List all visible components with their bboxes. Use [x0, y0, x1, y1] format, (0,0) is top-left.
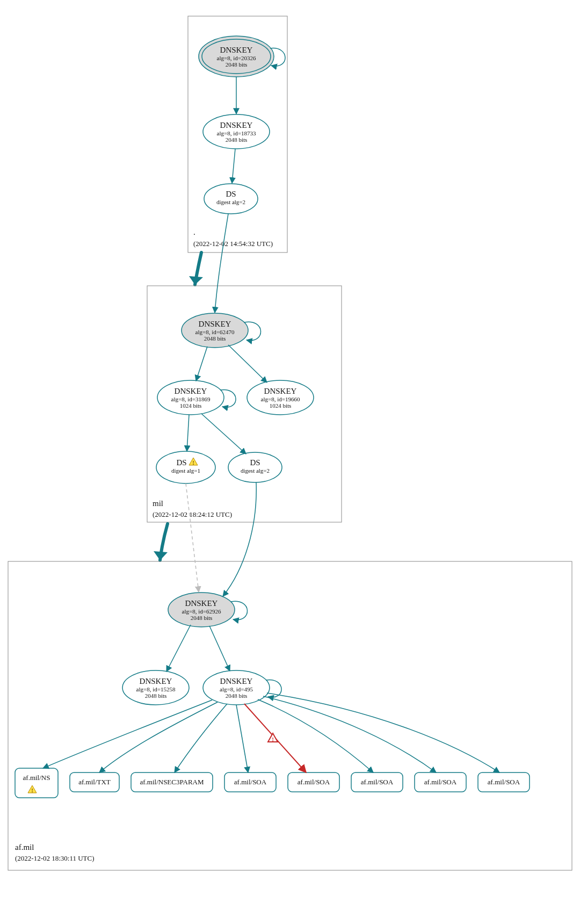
svg-marker-13 [189, 276, 203, 285]
svg-text:digest alg=2: digest alg=2 [216, 199, 245, 205]
svg-text:alg=8, id=15258: alg=8, id=15258 [136, 686, 176, 692]
svg-text:DNSKEY: DNSKEY [199, 320, 231, 328]
svg-text:2048 bits: 2048 bits [145, 692, 167, 699]
svg-text:1024 bits: 1024 bits [270, 402, 292, 409]
edge-zsk2-soa1 [236, 705, 248, 773]
ds-root[interactable]: DS digest alg=2 [204, 184, 258, 214]
svg-text:!: ! [192, 459, 194, 466]
svg-text:alg=8, id=19660: alg=8, id=19660 [261, 396, 300, 402]
zone-afmil: af.mil (2022-12-02 18:30:11 UTC) [8, 561, 572, 870]
rr-af-soa-2[interactable]: af.mil/SOA [288, 773, 339, 792]
ds-mil-alg1[interactable]: DS digest alg=1 ! [156, 451, 215, 483]
zone-afmil-label: af.mil [15, 843, 34, 851]
svg-text:DNSKEY: DNSKEY [220, 121, 253, 129]
zone-afmil-timestamp: (2022-12-02 18:30:11 UTC) [15, 854, 95, 862]
svg-text:DNSKEY: DNSKEY [175, 387, 207, 395]
svg-text:af.mil/NSEC3PARAM: af.mil/NSEC3PARAM [140, 778, 204, 786]
dnskey-root-zsk[interactable]: DNSKEY alg=8, id=18733 2048 bits [203, 114, 270, 149]
svg-text:2048 bits: 2048 bits [191, 615, 213, 621]
edge-zsk2-soa5 [267, 693, 499, 773]
svg-text:DS: DS [176, 458, 186, 467]
dnskey-mil-zsk-19660[interactable]: DNSKEY alg=8, id=19660 1024 bits [247, 380, 314, 415]
svg-text:alg=8, id=18733: alg=8, id=18733 [217, 130, 256, 136]
edge-zsk2-soa3 [258, 699, 373, 773]
svg-text:2048 bits: 2048 bits [204, 335, 226, 342]
edge-zsk2-nsec3 [175, 704, 227, 773]
edge-root-zsk-ds [232, 149, 235, 183]
rr-af-soa-1[interactable]: af.mil/SOA [224, 773, 276, 792]
svg-text:1024 bits: 1024 bits [180, 402, 202, 409]
dnskey-mil-zsk-31869[interactable]: DNSKEY alg=8, id=31869 1024 bits [157, 380, 224, 415]
svg-text:DS: DS [250, 458, 260, 467]
edge-mil-ksk-zsk2 [228, 345, 267, 382]
edge-zsk2-soa4 [263, 696, 436, 773]
svg-text:digest alg=2: digest alg=2 [241, 467, 270, 474]
svg-text:!: ! [272, 736, 274, 742]
svg-text:alg=8, id=495: alg=8, id=495 [220, 686, 253, 692]
svg-text:alg=8, id=62470: alg=8, id=62470 [195, 329, 235, 335]
edge-zsk2-ns [43, 700, 212, 768]
rr-af-soa-4[interactable]: af.mil/SOA [415, 773, 466, 792]
dnskey-afmil-zsk-495[interactable]: DNSKEY alg=8, id=495 2048 bits [203, 670, 270, 705]
svg-text:DNSKEY: DNSKEY [220, 677, 253, 685]
zone-root-timestamp: (2022-12-02 14:54:32 UTC) [193, 240, 273, 248]
svg-text:digest alg=1: digest alg=1 [171, 467, 200, 474]
rr-af-txt[interactable]: af.mil/TXT [70, 773, 119, 792]
svg-text:2048 bits: 2048 bits [226, 136, 248, 143]
svg-text:af.mil/SOA: af.mil/SOA [298, 778, 330, 786]
zone-mil-label: mil [153, 499, 163, 508]
dnskey-mil-ksk[interactable]: DNSKEY alg=8, id=62470 2048 bits [182, 313, 248, 348]
rr-af-nsec3param[interactable]: af.mil/NSEC3PARAM [131, 773, 213, 792]
zone-mil-timestamp: (2022-12-02 18:24:12 UTC) [153, 510, 232, 518]
svg-text:DNSKEY: DNSKEY [220, 46, 253, 54]
svg-text:af.mil/SOA: af.mil/SOA [234, 778, 267, 786]
svg-text:af.mil/NS: af.mil/NS [23, 774, 50, 782]
svg-text:alg=8, id=20326: alg=8, id=20326 [217, 55, 256, 61]
svg-text:af.mil/TXT: af.mil/TXT [78, 778, 111, 786]
svg-text:DNSKEY: DNSKEY [264, 387, 297, 395]
edge-mil-ksk-zsk1 [196, 346, 207, 381]
edge-mil-zsk1-ds2 [201, 414, 246, 454]
svg-marker-34 [154, 551, 168, 560]
svg-text:DNSKEY: DNSKEY [185, 599, 218, 608]
svg-text:af.mil/SOA: af.mil/SOA [424, 778, 457, 786]
svg-text:2048 bits: 2048 bits [226, 61, 248, 68]
dnskey-root-ksk[interactable]: DNSKEY alg=8, id=20326 2048 bits [199, 36, 274, 77]
edge-af-ksk-zsk1 [166, 625, 191, 672]
edge-mil-zsk1-ds1 [187, 415, 189, 451]
svg-text:alg=8, id=62926: alg=8, id=62926 [182, 608, 221, 615]
zone-root-label: . [193, 228, 195, 236]
svg-text:af.mil/SOA: af.mil/SOA [361, 778, 394, 786]
svg-rect-48 [15, 768, 58, 798]
edge-root-ds-mil-ksk [215, 214, 228, 313]
edge-mil-ds2-af-ksk [223, 482, 256, 596]
dnskey-afmil-ksk[interactable]: DNSKEY alg=8, id=62926 2048 bits [168, 593, 235, 627]
svg-text:!: ! [31, 787, 33, 793]
ds-mil-alg2[interactable]: DS digest alg=2 [228, 452, 282, 482]
rr-af-soa-5[interactable]: af.mil/SOA [478, 773, 530, 792]
rr-af-soa-3[interactable]: af.mil/SOA [351, 773, 403, 792]
svg-rect-35 [8, 561, 572, 870]
error-icon: ! [268, 733, 278, 742]
svg-text:DNSKEY: DNSKEY [140, 677, 172, 685]
svg-text:alg=8, id=31869: alg=8, id=31869 [171, 396, 211, 402]
svg-text:2048 bits: 2048 bits [226, 692, 248, 699]
edge-mil-ds1-af-ksk [186, 483, 199, 592]
dnskey-afmil-zsk-15258[interactable]: DNSKEY alg=8, id=15258 2048 bits [122, 670, 189, 705]
rr-af-ns[interactable]: af.mil/NS ! [15, 768, 58, 798]
edge-af-ksk-zsk2 [209, 626, 230, 671]
svg-text:af.mil/SOA: af.mil/SOA [488, 778, 520, 786]
svg-text:DS: DS [226, 190, 236, 198]
